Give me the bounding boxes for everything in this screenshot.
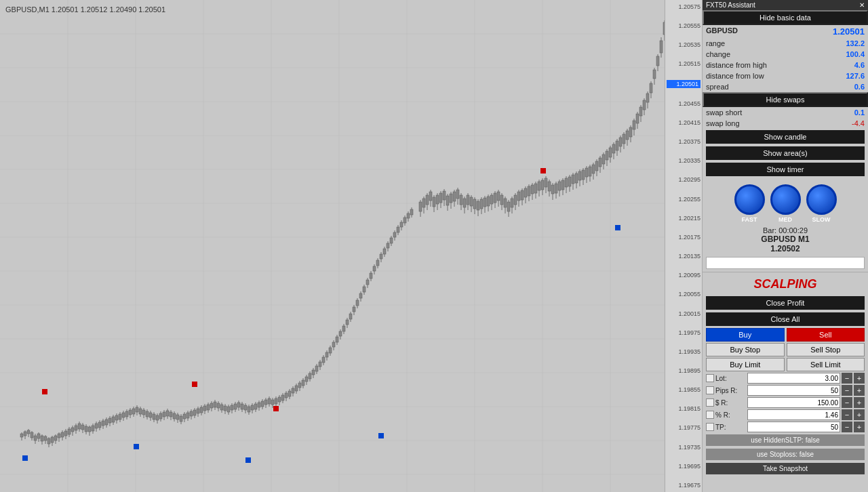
svg-rect-46 bbox=[58, 434, 60, 438]
svg-rect-282 bbox=[463, 199, 466, 207]
svg-rect-88 bbox=[129, 410, 132, 415]
svg-rect-190 bbox=[302, 380, 304, 386]
svg-rect-194 bbox=[309, 373, 311, 379]
lot-checkbox[interactable] bbox=[706, 374, 714, 382]
svg-rect-182 bbox=[288, 391, 291, 396]
buy-button[interactable]: Buy bbox=[706, 328, 785, 342]
svg-rect-232 bbox=[373, 266, 376, 271]
svg-rect-60 bbox=[81, 425, 84, 430]
close-icon[interactable]: ✕ bbox=[859, 1, 865, 9]
lot-plus-button[interactable]: + bbox=[854, 373, 865, 384]
svg-rect-80 bbox=[115, 415, 118, 420]
svg-rect-274 bbox=[450, 194, 452, 203]
lot-input[interactable] bbox=[747, 373, 840, 384]
marker-blue-2 bbox=[134, 444, 139, 449]
slow-label: SLOW bbox=[812, 216, 831, 223]
lot-minus-button[interactable]: − bbox=[842, 373, 852, 384]
pips-r-input[interactable] bbox=[747, 385, 840, 396]
bar-info-area: Bar: 00:00:29 GBPUSD M1 1.20502 bbox=[703, 224, 868, 255]
svg-rect-114 bbox=[173, 413, 176, 419]
svg-rect-358 bbox=[592, 165, 595, 173]
svg-rect-74 bbox=[105, 419, 108, 425]
fast-button[interactable] bbox=[734, 184, 765, 215]
svg-rect-156 bbox=[244, 405, 247, 410]
stoploss-button[interactable]: use Stoploss: false bbox=[706, 449, 865, 460]
sell-button[interactable]: Sell bbox=[787, 328, 865, 342]
sell-limit-button[interactable]: Sell Limit bbox=[787, 358, 865, 371]
svg-rect-172 bbox=[271, 400, 274, 405]
change-row: change 100.4 bbox=[703, 49, 868, 60]
svg-rect-84 bbox=[122, 413, 125, 417]
svg-rect-142 bbox=[220, 405, 223, 410]
svg-rect-168 bbox=[264, 400, 267, 405]
lot-label: Lot: bbox=[715, 375, 746, 382]
dollar-r-input[interactable] bbox=[747, 397, 840, 408]
svg-rect-178 bbox=[281, 395, 284, 401]
fast-speed-container: FAST bbox=[734, 184, 765, 223]
tp-input[interactable] bbox=[747, 422, 840, 432]
svg-rect-362 bbox=[599, 158, 601, 167]
svg-rect-344 bbox=[568, 177, 571, 186]
hide-basic-data-button[interactable]: Hide basic data bbox=[703, 10, 868, 25]
close-profit-button[interactable]: Close Profit bbox=[706, 296, 865, 310]
svg-rect-64 bbox=[88, 427, 91, 432]
spread-value: 0.6 bbox=[854, 83, 865, 91]
hidden-sltp-button[interactable]: use HiddenSLTP: false bbox=[706, 434, 865, 446]
pct-r-input[interactable] bbox=[747, 409, 840, 420]
svg-rect-272 bbox=[446, 196, 449, 205]
dollar-r-plus-button[interactable]: + bbox=[854, 397, 865, 408]
svg-rect-136 bbox=[210, 403, 213, 408]
tp-minus-button[interactable]: − bbox=[842, 422, 852, 432]
swap-short-value: 0.1 bbox=[854, 108, 865, 117]
pips-r-plus-button[interactable]: + bbox=[854, 385, 865, 396]
dollar-r-checkbox[interactable] bbox=[706, 398, 714, 407]
med-button[interactable] bbox=[770, 184, 801, 215]
pct-r-plus-button[interactable]: + bbox=[854, 409, 865, 420]
dist-high-value: 4.6 bbox=[854, 61, 865, 69]
svg-rect-394 bbox=[653, 70, 656, 79]
svg-rect-54 bbox=[71, 428, 74, 432]
svg-rect-152 bbox=[237, 403, 240, 407]
svg-rect-122 bbox=[186, 413, 189, 418]
snapshot-button[interactable]: Take Snapshot bbox=[706, 463, 865, 474]
svg-rect-132 bbox=[203, 406, 206, 411]
slow-button[interactable] bbox=[806, 184, 837, 215]
svg-rect-218 bbox=[349, 314, 352, 319]
svg-rect-58 bbox=[78, 424, 81, 429]
pct-r-minus-button[interactable]: − bbox=[842, 409, 852, 420]
svg-rect-186 bbox=[295, 386, 298, 391]
svg-rect-352 bbox=[582, 170, 585, 180]
hide-swaps-button[interactable]: Hide swaps bbox=[703, 92, 868, 107]
close-all-button[interactable]: Close All bbox=[706, 312, 865, 326]
symbol-value: 1.20501 bbox=[833, 26, 865, 37]
price-input[interactable] bbox=[706, 257, 865, 269]
svg-rect-378 bbox=[626, 131, 629, 140]
pct-r-checkbox[interactable] bbox=[706, 411, 714, 419]
svg-rect-146 bbox=[227, 407, 230, 412]
dollar-r-minus-button[interactable]: − bbox=[842, 397, 852, 408]
show-candle-button[interactable]: Show candle bbox=[706, 130, 865, 144]
change-value: 100.4 bbox=[846, 50, 865, 58]
tp-plus-button[interactable]: + bbox=[854, 422, 865, 432]
svg-rect-32 bbox=[34, 436, 37, 440]
svg-rect-204 bbox=[326, 352, 328, 357]
svg-rect-126 bbox=[193, 410, 196, 415]
tp-checkbox[interactable] bbox=[706, 423, 714, 431]
dist-high-row: distance from high 4.6 bbox=[703, 60, 868, 70]
current-price-display: 1.20501 bbox=[667, 80, 701, 88]
svg-rect-170 bbox=[268, 398, 271, 404]
sell-stop-button[interactable]: Sell Stop bbox=[787, 343, 865, 356]
buy-limit-button[interactable]: Buy Limit bbox=[706, 358, 785, 371]
buy-limit-sell-limit-row: Buy Limit Sell Limit bbox=[703, 357, 868, 372]
svg-rect-250 bbox=[403, 218, 406, 223]
show-timer-button[interactable]: Show timer bbox=[706, 163, 865, 176]
show-areas-button[interactable]: Show area(s) bbox=[706, 146, 865, 160]
svg-rect-266 bbox=[436, 195, 439, 204]
svg-rect-374 bbox=[619, 138, 622, 146]
pips-r-checkbox[interactable] bbox=[706, 386, 714, 394]
pips-r-minus-button[interactable]: − bbox=[842, 385, 852, 396]
buy-stop-button[interactable]: Buy Stop bbox=[706, 343, 785, 356]
svg-rect-346 bbox=[572, 175, 574, 184]
svg-rect-330 bbox=[545, 178, 547, 187]
svg-rect-192 bbox=[305, 377, 308, 382]
